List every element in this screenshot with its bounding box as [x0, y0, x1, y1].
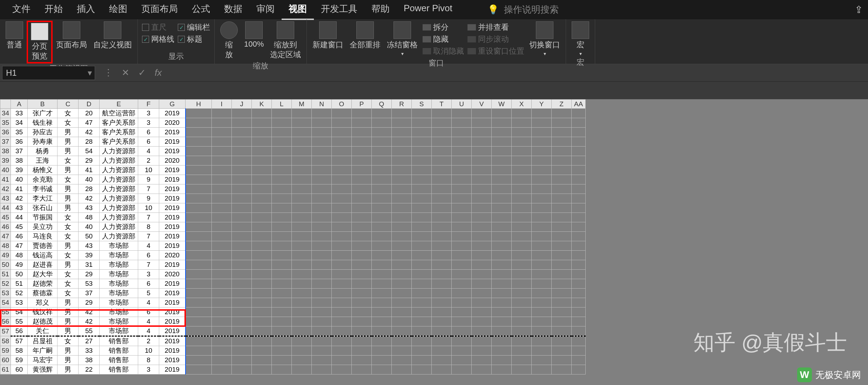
cell-D56[interactable]: 42 [79, 317, 100, 326]
cell-F60[interactable]: 8 [138, 356, 159, 365]
cell-A58[interactable]: 57 [11, 336, 28, 346]
cell-Z44[interactable] [552, 203, 572, 213]
cell-Z34[interactable] [552, 109, 572, 118]
cell-K53[interactable] [252, 289, 272, 298]
cell-Z35[interactable] [552, 118, 572, 128]
col-header-Y[interactable]: Y [532, 100, 552, 109]
cell-D55[interactable]: 42 [79, 308, 100, 317]
cell-AA56[interactable] [572, 317, 586, 326]
cell-J45[interactable] [232, 213, 252, 222]
cell-E44[interactable]: 人力资源部 [100, 203, 138, 213]
cell-M50[interactable] [292, 260, 312, 270]
cell-N48[interactable] [312, 241, 332, 251]
cell-M38[interactable] [292, 147, 312, 156]
cell-G52[interactable]: 2019 [159, 279, 186, 289]
cell-I39[interactable] [212, 156, 232, 166]
cell-P48[interactable] [352, 241, 372, 251]
cell-M34[interactable] [292, 109, 312, 118]
cell-J46[interactable] [232, 222, 252, 232]
cell-H50[interactable] [186, 260, 212, 270]
cell-S38[interactable] [412, 147, 432, 156]
row-header-53[interactable]: 53 [0, 289, 11, 298]
cell-Y50[interactable] [532, 260, 552, 270]
row-header-36[interactable]: 36 [0, 128, 11, 137]
cell-X61[interactable] [512, 365, 532, 374]
cell-N39[interactable] [312, 156, 332, 166]
cell-Q48[interactable] [372, 241, 392, 251]
cell-G49[interactable]: 2020 [159, 251, 186, 260]
cell-R57[interactable] [392, 326, 412, 336]
cell-Y46[interactable] [532, 222, 552, 232]
cell-V54[interactable] [472, 298, 492, 308]
cell-A51[interactable]: 50 [11, 270, 28, 279]
cell-T57[interactable] [432, 326, 452, 336]
custom-views-button[interactable]: 自定义视图 [90, 21, 135, 51]
cell-L35[interactable] [272, 118, 292, 128]
cell-U59[interactable] [452, 346, 472, 356]
cell-T59[interactable] [432, 346, 452, 356]
cell-I50[interactable] [212, 260, 232, 270]
cell-E40[interactable]: 人力资源部 [100, 166, 138, 175]
cell-P55[interactable] [352, 308, 372, 317]
cell-G55[interactable]: 2019 [159, 308, 186, 317]
cell-O42[interactable] [332, 184, 352, 194]
cell-AA46[interactable] [572, 222, 586, 232]
cell-J36[interactable] [232, 128, 252, 137]
cell-D57[interactable]: 55 [79, 326, 100, 336]
cell-M58[interactable] [292, 336, 312, 346]
cell-S34[interactable] [412, 109, 432, 118]
cell-M52[interactable] [292, 279, 312, 289]
cell-T53[interactable] [432, 289, 452, 298]
cell-J38[interactable] [232, 147, 252, 156]
cell-C54[interactable]: 男 [58, 298, 79, 308]
cell-F42[interactable]: 7 [138, 184, 159, 194]
cell-T50[interactable] [432, 260, 452, 270]
cell-H61[interactable] [186, 365, 212, 374]
cell-W46[interactable] [492, 222, 512, 232]
cell-N42[interactable] [312, 184, 332, 194]
cell-E39[interactable]: 人力资源部 [100, 156, 138, 166]
cell-V53[interactable] [472, 289, 492, 298]
cell-Z45[interactable] [552, 213, 572, 222]
row-header-52[interactable]: 52 [0, 279, 11, 289]
row-header-45[interactable]: 45 [0, 213, 11, 222]
cell-O48[interactable] [332, 241, 352, 251]
cell-M40[interactable] [292, 166, 312, 175]
cell-O40[interactable] [332, 166, 352, 175]
cell-Y40[interactable] [532, 166, 552, 175]
cell-L46[interactable] [272, 222, 292, 232]
cell-B50[interactable]: 赵进喜 [28, 260, 58, 270]
cell-C34[interactable]: 女 [58, 109, 79, 118]
cell-R45[interactable] [392, 213, 412, 222]
cell-V60[interactable] [472, 356, 492, 365]
cell-E43[interactable]: 人力资源部 [100, 194, 138, 203]
cell-R54[interactable] [392, 298, 412, 308]
cell-U41[interactable] [452, 175, 472, 184]
cell-P40[interactable] [352, 166, 372, 175]
cell-E38[interactable]: 人力资源部 [100, 147, 138, 156]
cell-V42[interactable] [472, 184, 492, 194]
cell-K58[interactable] [252, 336, 272, 346]
cell-J50[interactable] [232, 260, 252, 270]
cell-R42[interactable] [392, 184, 412, 194]
cell-A43[interactable]: 42 [11, 194, 28, 203]
cell-N43[interactable] [312, 194, 332, 203]
cell-Q47[interactable] [372, 232, 392, 241]
cell-W38[interactable] [492, 147, 512, 156]
cell-L60[interactable] [272, 356, 292, 365]
row-header-39[interactable]: 39 [0, 156, 11, 166]
cell-H57[interactable] [186, 326, 212, 336]
cell-AA60[interactable] [572, 356, 586, 365]
tab-绘图[interactable]: 绘图 [102, 0, 134, 20]
cell-D34[interactable]: 20 [79, 109, 100, 118]
cell-A37[interactable]: 36 [11, 137, 28, 147]
cell-X45[interactable] [512, 213, 532, 222]
cell-W42[interactable] [492, 184, 512, 194]
row-header-57[interactable]: 57 [0, 326, 11, 336]
cell-Q59[interactable] [372, 346, 392, 356]
cell-C47[interactable]: 女 [58, 232, 79, 241]
cell-N54[interactable] [312, 298, 332, 308]
cell-U49[interactable] [452, 251, 472, 260]
cell-AA34[interactable] [572, 109, 586, 118]
tab-视图[interactable]: 视图 [282, 0, 314, 20]
